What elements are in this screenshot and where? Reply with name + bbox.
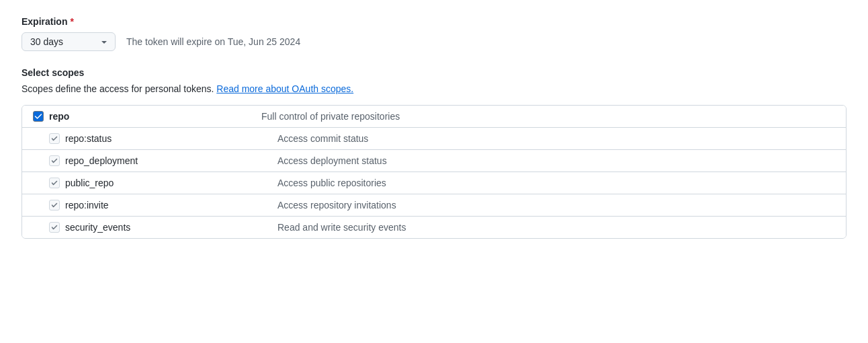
- scope-label-repo-invite: repo:invite: [65, 200, 109, 211]
- scope-desc-public-repo: Access public repositories: [277, 178, 386, 188]
- scope-label-public-repo: public_repo: [65, 178, 114, 188]
- scope-desc-security-events: Read and write security events: [277, 222, 406, 233]
- scope-label-repo-status: repo:status: [65, 133, 112, 144]
- scope-desc-repo-deployment: Access deployment status: [277, 155, 387, 166]
- scope-row-repo: repo Full control of private repositorie…: [22, 106, 846, 128]
- expiration-hint: The token will expire on Tue, Jun 25 202…: [126, 36, 300, 47]
- scope-row-repo-invite: repo:invite Access repository invitation…: [22, 194, 846, 217]
- checkbox-security-events[interactable]: [49, 222, 60, 233]
- scopes-description-text: Scopes define the access for personal to…: [21, 83, 214, 94]
- scope-desc-repo-status: Access commit status: [277, 133, 368, 144]
- required-indicator: *: [70, 16, 73, 27]
- oauth-scopes-link[interactable]: Read more about OAuth scopes.: [216, 83, 353, 94]
- scopes-title: Select scopes: [21, 67, 847, 78]
- expiration-select[interactable]: 7 days 30 days 60 days 90 days Custom No…: [21, 32, 116, 51]
- scope-name-col-repo: repo: [33, 111, 261, 122]
- scope-row-repo-deployment: repo_deployment Access deployment status: [22, 150, 846, 172]
- scope-label-repo-deployment: repo_deployment: [65, 155, 138, 166]
- checkbox-repo[interactable]: [33, 111, 44, 122]
- scope-name-col-repo-deployment: repo_deployment: [49, 155, 277, 166]
- checkbox-repo-deployment[interactable]: [49, 155, 60, 166]
- scopes-section: Select scopes Scopes define the access f…: [21, 67, 847, 239]
- scopes-description: Scopes define the access for personal to…: [21, 83, 847, 94]
- expiration-label-text: Expiration: [21, 16, 67, 27]
- checkbox-repo-invite[interactable]: [49, 200, 60, 211]
- scope-name-col-repo-invite: repo:invite: [49, 200, 277, 211]
- scopes-table: repo Full control of private repositorie…: [21, 105, 847, 239]
- expiration-row: 7 days 30 days 60 days 90 days Custom No…: [21, 32, 847, 51]
- scope-name-col-repo-status: repo:status: [49, 133, 277, 144]
- expiration-select-wrapper: 7 days 30 days 60 days 90 days Custom No…: [21, 32, 116, 51]
- scope-row-security-events: security_events Read and write security …: [22, 217, 846, 238]
- expiration-label: Expiration *: [21, 16, 847, 27]
- scope-desc-repo-invite: Access repository invitations: [277, 200, 396, 211]
- scope-desc-repo: Full control of private repositories: [261, 111, 400, 122]
- scope-label-security-events: security_events: [65, 222, 130, 233]
- scope-row-repo-status: repo:status Access commit status: [22, 128, 846, 150]
- expiration-section: Expiration * 7 days 30 days 60 days 90 d…: [21, 16, 847, 51]
- scope-name-col-public-repo: public_repo: [49, 178, 277, 188]
- scope-row-public-repo: public_repo Access public repositories: [22, 172, 846, 194]
- checkbox-repo-status[interactable]: [49, 133, 60, 144]
- checkbox-public-repo[interactable]: [49, 178, 60, 188]
- scope-name-col-security-events: security_events: [49, 222, 277, 233]
- scope-label-repo: repo: [49, 111, 69, 122]
